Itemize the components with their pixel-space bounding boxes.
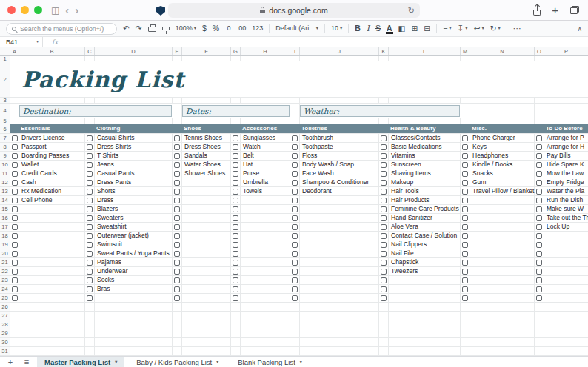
cell[interactable] bbox=[379, 285, 389, 293]
cell[interactable] bbox=[389, 118, 461, 124]
cell[interactable] bbox=[544, 338, 588, 346]
item-label-cell[interactable]: Arrange for H bbox=[544, 143, 588, 151]
cell[interactable] bbox=[85, 98, 95, 103]
cell[interactable] bbox=[95, 303, 173, 311]
cell[interactable] bbox=[231, 240, 241, 249]
cell[interactable]: Packing List bbox=[19, 61, 588, 97]
cell[interactable] bbox=[461, 294, 470, 302]
cell[interactable] bbox=[241, 98, 290, 103]
cell[interactable] bbox=[300, 56, 379, 61]
cell[interactable] bbox=[290, 312, 300, 320]
cell[interactable] bbox=[10, 258, 19, 266]
item-label-cell[interactable] bbox=[389, 294, 461, 302]
item-label-cell[interactable]: Sweat Pants / Yoga Pants bbox=[95, 249, 173, 257]
item-checkbox[interactable] bbox=[233, 286, 238, 292]
item-label-cell[interactable]: Face Wash bbox=[300, 169, 379, 178]
cell[interactable] bbox=[290, 196, 300, 204]
item-checkbox[interactable] bbox=[381, 286, 387, 292]
cell[interactable] bbox=[231, 56, 241, 61]
cell[interactable] bbox=[173, 98, 182, 103]
item-label-cell[interactable]: Pajamas bbox=[95, 258, 173, 266]
item-checkbox[interactable] bbox=[381, 171, 387, 177]
row-header-26[interactable]: 26 bbox=[0, 303, 10, 311]
cell[interactable] bbox=[290, 232, 300, 240]
item-checkbox[interactable] bbox=[536, 189, 542, 195]
item-checkbox[interactable] bbox=[292, 269, 298, 275]
paint-format-button[interactable] bbox=[162, 27, 170, 30]
cell[interactable] bbox=[535, 118, 544, 124]
item-checkbox[interactable] bbox=[381, 242, 387, 248]
item-label-cell[interactable] bbox=[470, 214, 535, 222]
item-checkbox[interactable] bbox=[87, 180, 93, 186]
row-header-3[interactable]: 3 bbox=[0, 98, 10, 103]
item-checkbox[interactable] bbox=[87, 295, 93, 301]
row-header-16[interactable]: 16 bbox=[0, 214, 10, 222]
cell[interactable] bbox=[95, 118, 173, 124]
item-label-cell[interactable] bbox=[182, 187, 231, 195]
cell[interactable] bbox=[85, 56, 95, 61]
item-checkbox[interactable] bbox=[87, 277, 93, 283]
item-checkbox[interactable] bbox=[174, 260, 180, 266]
redo-button[interactable]: ↷ bbox=[136, 24, 142, 33]
item-checkbox[interactable] bbox=[292, 295, 298, 301]
cell[interactable] bbox=[231, 329, 241, 337]
item-checkbox[interactable] bbox=[233, 144, 238, 150]
cell[interactable] bbox=[544, 104, 588, 118]
cell[interactable] bbox=[10, 249, 19, 257]
item-checkbox[interactable] bbox=[462, 198, 468, 203]
cell[interactable] bbox=[182, 329, 231, 337]
item-label-cell[interactable]: Mow the Law bbox=[544, 169, 588, 178]
cell[interactable] bbox=[461, 187, 470, 195]
cell[interactable] bbox=[10, 143, 19, 151]
column-header-K[interactable]: K bbox=[379, 47, 389, 55]
cell[interactable] bbox=[241, 303, 290, 311]
item-checkbox[interactable] bbox=[12, 153, 18, 159]
item-label-cell[interactable] bbox=[19, 249, 85, 257]
cell[interactable] bbox=[95, 320, 173, 329]
item-checkbox[interactable] bbox=[381, 260, 387, 266]
cell[interactable] bbox=[231, 303, 241, 311]
cell[interactable] bbox=[10, 169, 19, 178]
item-label-cell[interactable]: Body Wash / Soap bbox=[300, 161, 379, 169]
item-checkbox[interactable] bbox=[174, 242, 180, 248]
item-label-cell[interactable] bbox=[241, 205, 290, 213]
item-checkbox[interactable] bbox=[174, 198, 180, 203]
cell[interactable] bbox=[461, 205, 470, 213]
item-label-cell[interactable]: Passport bbox=[19, 143, 85, 151]
item-checkbox[interactable] bbox=[536, 215, 542, 221]
cell[interactable] bbox=[389, 338, 461, 346]
cell[interactable] bbox=[535, 249, 544, 257]
cell[interactable] bbox=[173, 294, 182, 302]
item-label-cell[interactable] bbox=[300, 294, 379, 302]
cell[interactable] bbox=[290, 161, 300, 169]
row-header-27[interactable]: 27 bbox=[0, 312, 10, 320]
cell[interactable] bbox=[379, 240, 389, 249]
item-checkbox[interactable] bbox=[381, 269, 387, 275]
item-label-cell[interactable]: T Shirts bbox=[95, 152, 173, 160]
text-color-button[interactable]: A bbox=[387, 24, 392, 33]
item-checkbox[interactable] bbox=[174, 215, 180, 221]
item-label-cell[interactable]: Toothbrush bbox=[300, 134, 379, 142]
cell[interactable] bbox=[10, 276, 19, 284]
cell[interactable] bbox=[379, 196, 389, 204]
item-label-cell[interactable]: Aloe Vera bbox=[389, 223, 461, 231]
font-select[interactable]: Default (Ari...▾ bbox=[275, 25, 318, 32]
item-label-cell[interactable] bbox=[470, 258, 535, 266]
item-label-cell[interactable] bbox=[19, 276, 85, 284]
item-checkbox[interactable] bbox=[12, 224, 18, 230]
zoom-window-button[interactable] bbox=[34, 6, 42, 14]
cell[interactable] bbox=[231, 276, 241, 284]
cell[interactable] bbox=[95, 312, 173, 320]
item-label-cell[interactable] bbox=[182, 232, 231, 240]
item-checkbox[interactable] bbox=[174, 251, 180, 257]
cell[interactable] bbox=[231, 294, 241, 302]
cell[interactable] bbox=[290, 169, 300, 178]
cell[interactable] bbox=[231, 178, 241, 186]
cell[interactable] bbox=[85, 152, 95, 160]
item-checkbox[interactable] bbox=[174, 189, 180, 195]
item-label-cell[interactable]: Cash bbox=[19, 178, 85, 186]
row-header-17[interactable]: 17 bbox=[0, 223, 10, 231]
formula-input[interactable] bbox=[67, 37, 588, 47]
cell[interactable] bbox=[10, 232, 19, 240]
item-checkbox[interactable] bbox=[87, 251, 93, 257]
